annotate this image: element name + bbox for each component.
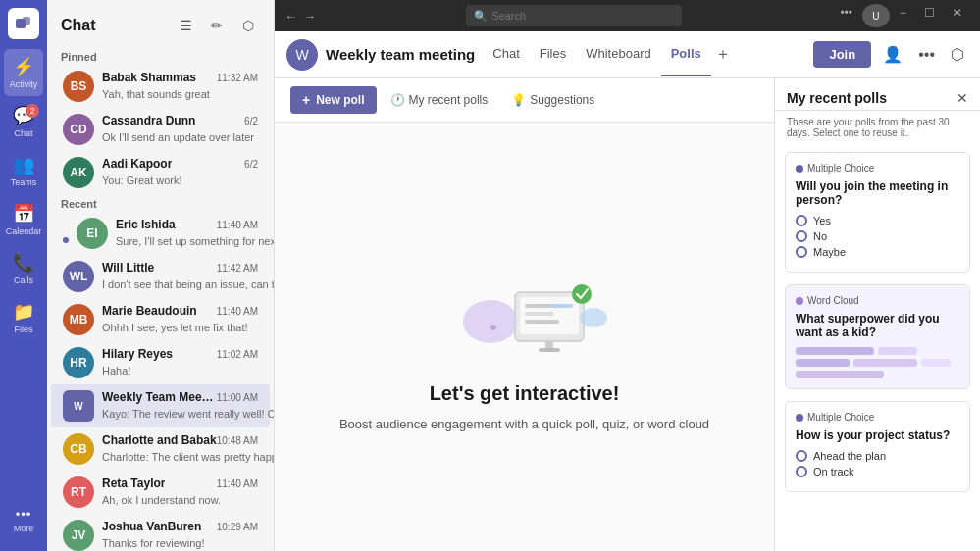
- filter-button[interactable]: ☰: [172, 12, 199, 39]
- chat-time-joshua: 10:29 AM: [217, 522, 258, 532]
- chat-name-aadi: Aadi Kapoor: [102, 157, 172, 171]
- expand-button[interactable]: ⬡: [947, 41, 968, 68]
- chat-item-eric[interactable]: EI Eric Ishida 11:40 AM Sure, I'll set u…: [51, 212, 270, 255]
- chat-preview-weekly: Kayo: The review went really well! Can't…: [102, 408, 274, 420]
- chat-item-babak[interactable]: BS Babak Shammas 11:32 AM Yah, that soun…: [51, 65, 270, 108]
- type-dot-3: [796, 414, 803, 422]
- tab-polls[interactable]: Polls: [661, 32, 711, 76]
- chat-name-reta: Reta Taylor: [102, 476, 165, 490]
- nav-item-files[interactable]: 📁 Files: [4, 294, 43, 341]
- nav-sidebar: ⚡ Activity 💬 Chat 2 👥 Teams 📅 Calendar 📞…: [0, 0, 47, 551]
- avatar-weekly: W: [63, 390, 94, 422]
- tab-chat[interactable]: Chat: [483, 32, 529, 76]
- compose-button[interactable]: ⬡: [234, 12, 262, 39]
- poll-option-1-3: Maybe: [796, 246, 959, 258]
- chat-preview-joshua: Thanks for reviewing!: [102, 537, 205, 549]
- chat-item-will[interactable]: WL Will Little 11:42 AM I don't see that…: [51, 255, 270, 298]
- option-label-yes: Yes: [813, 215, 831, 226]
- svg-point-12: [572, 284, 592, 304]
- nav-item-calendar[interactable]: 📅 Calendar: [4, 196, 43, 243]
- suggestions-button[interactable]: 💡 Suggestions: [501, 87, 604, 113]
- chat-item-joshua[interactable]: JV Joshua VanBuren 10:29 AM Thanks for r…: [51, 514, 270, 551]
- right-panel-header: My recent polls ✕: [775, 78, 980, 111]
- chat-header-icons: ☰ ✏ ⬡: [172, 12, 262, 39]
- svg-point-3: [490, 325, 496, 330]
- chat-name-charlotte: Charlotte and Babak: [102, 433, 217, 447]
- chat-badge: 2: [26, 104, 39, 118]
- meeting-symbol: W: [295, 47, 308, 63]
- poll-question-3: How is your project status?: [796, 428, 959, 442]
- minimize-button[interactable]: −: [892, 4, 914, 27]
- chat-info-weekly: Weekly Team Meeting 11:00 AM Kayo: The r…: [102, 390, 258, 422]
- chat-item-marie[interactable]: MB Marie Beaudouin 11:40 AM Ohhh I see, …: [51, 298, 270, 341]
- chat-info-joshua: Joshua VanBuren 10:29 AM Thanks for revi…: [102, 520, 258, 551]
- topbar-tabs: Chat Files Whiteboard Polls ＋: [483, 32, 734, 76]
- poll-center: Let's get interactive! Boost audience en…: [275, 123, 774, 551]
- chrome-forward[interactable]: →: [303, 9, 316, 24]
- chat-name-babak: Babak Shammas: [102, 71, 196, 84]
- search-input[interactable]: [491, 10, 648, 22]
- avatar-hilary: HR: [63, 347, 94, 378]
- meeting-title: Weekly team meeting: [326, 46, 475, 63]
- chat-item-hilary[interactable]: HR Hilary Reyes 11:02 AM Haha!: [51, 341, 270, 384]
- my-recent-polls-button[interactable]: 🕐 My recent polls: [381, 87, 498, 113]
- tab-files[interactable]: Files: [530, 32, 576, 76]
- avatar-reta: RT: [63, 476, 94, 508]
- maximize-button[interactable]: ☐: [916, 4, 943, 27]
- wc-bar-row-1: [796, 347, 959, 355]
- svg-rect-8: [525, 320, 559, 324]
- chat-item-cassandra[interactable]: CD Cassandra Dunn 6/2 Ok I'll send an up…: [51, 108, 270, 151]
- plus-icon: +: [302, 92, 310, 108]
- wc-bar-2: [878, 347, 917, 355]
- more-options-button[interactable]: •••: [832, 4, 860, 27]
- poll-type-3: Multiple Choice: [796, 412, 959, 423]
- search-icon: 🔍: [474, 10, 488, 23]
- poll-card-1[interactable]: Multiple Choice Will you join the meetin…: [785, 152, 970, 273]
- chat-item-reta[interactable]: RT Reta Taylor 11:40 AM Ah, ok I underst…: [51, 471, 270, 514]
- search-bar[interactable]: 🔍: [466, 5, 682, 26]
- add-tab-button[interactable]: ＋: [711, 40, 735, 69]
- join-button[interactable]: Join: [813, 41, 871, 68]
- radio-ontrack: [796, 466, 807, 477]
- nav-item-teams[interactable]: 👥 Teams: [4, 147, 43, 194]
- poll-card-2[interactable]: Word Cloud What superpower did you want …: [785, 284, 970, 389]
- chat-preview-aadi: You: Great work!: [102, 175, 182, 186]
- nav-item-calls[interactable]: 📞 Calls: [4, 245, 43, 292]
- participants-button[interactable]: 👤: [879, 41, 906, 68]
- chat-item-aadi[interactable]: AK Aadi Kapoor 6/2 You: Great work!: [51, 151, 270, 194]
- chat-name-marie: Marie Beaudouin: [102, 304, 197, 318]
- nav-item-chat[interactable]: 💬 Chat 2: [4, 98, 43, 145]
- avatar-aadi: AK: [63, 157, 94, 188]
- chat-item-weekly[interactable]: W Weekly Team Meeting 11:00 AM Kayo: The…: [51, 384, 270, 427]
- tab-whiteboard[interactable]: Whiteboard: [576, 32, 660, 76]
- poll-illustration: [437, 243, 613, 371]
- suggestions-label: Suggestions: [530, 93, 594, 107]
- topbar-left: W Weekly team meeting Chat Files Whitebo…: [286, 32, 735, 76]
- avatar-marie: MB: [63, 304, 94, 335]
- new-poll-button[interactable]: + New poll: [290, 86, 377, 114]
- more-icon: •••: [16, 507, 32, 522]
- close-button[interactable]: ✕: [945, 4, 970, 27]
- more-button[interactable]: •••: [914, 42, 939, 68]
- window-controls: ••• U − ☐ ✕: [832, 4, 970, 27]
- pinned-list: BS Babak Shammas 11:32 AM Yah, that soun…: [47, 65, 274, 551]
- chrome-back[interactable]: ←: [284, 9, 297, 24]
- nav-label-teams: Teams: [11, 177, 37, 187]
- wc-bar-4: [853, 359, 917, 367]
- chat-item-charlotte[interactable]: CB Charlotte and Babak 10:48 AM Charlott…: [51, 427, 270, 471]
- svg-rect-1: [23, 17, 30, 25]
- poll-area: + New poll 🕐 My recent polls 💡 Suggestio…: [275, 78, 774, 551]
- right-panel-close-button[interactable]: ✕: [956, 90, 968, 106]
- new-chat-button[interactable]: ✏: [203, 12, 231, 39]
- nav-item-activity[interactable]: ⚡ Activity: [4, 49, 43, 96]
- avatar-charlotte: CB: [63, 433, 94, 465]
- chat-preview-charlotte: Charlotte: The client was pretty happy w…: [102, 451, 274, 463]
- radio-yes: [796, 215, 807, 226]
- nav-item-more[interactable]: ••• More: [4, 496, 43, 543]
- user-avatar[interactable]: U: [862, 4, 890, 27]
- poll-card-3[interactable]: Multiple Choice How is your project stat…: [785, 401, 970, 492]
- wc-bar-1: [796, 347, 874, 355]
- nav-label-files: Files: [14, 325, 32, 334]
- nav-label-chat: Chat: [14, 128, 32, 138]
- chat-time-weekly: 11:00 AM: [217, 392, 258, 403]
